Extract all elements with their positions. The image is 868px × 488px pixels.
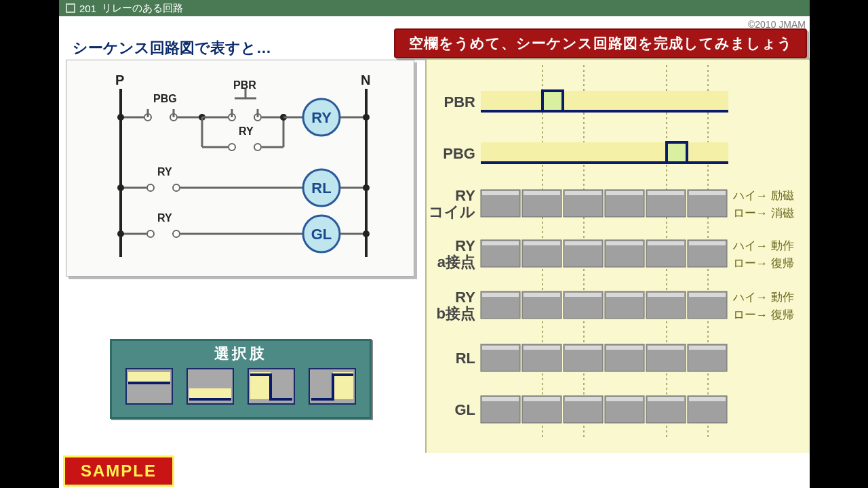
svg-text:コイル: コイル bbox=[429, 203, 475, 220]
row-ry-a bbox=[481, 240, 727, 267]
svg-rect-136 bbox=[648, 397, 684, 401]
svg-rect-134 bbox=[606, 397, 643, 401]
svg-rect-102 bbox=[524, 293, 560, 297]
svg-rect-138 bbox=[689, 397, 726, 401]
svg-rect-84 bbox=[482, 241, 519, 245]
svg-rect-60 bbox=[481, 91, 728, 111]
option-flat-low[interactable] bbox=[186, 368, 234, 405]
svg-text:PBR: PBR bbox=[444, 94, 476, 110]
option-flat-high[interactable] bbox=[125, 368, 173, 405]
instruction-text: 空欄をうめて、シーケンス回路図を完成してみましょう bbox=[409, 34, 793, 53]
svg-rect-63 bbox=[481, 142, 728, 163]
circuit-panel: P N PBG PBR bbox=[66, 60, 414, 277]
svg-rect-88 bbox=[565, 241, 601, 245]
svg-text:RY: RY bbox=[311, 109, 332, 126]
sample-text: SAMPLE bbox=[81, 462, 157, 481]
svg-text:a接点: a接点 bbox=[437, 253, 475, 270]
title-number: 201 bbox=[79, 3, 96, 14]
window-icon bbox=[66, 3, 75, 13]
svg-point-34 bbox=[363, 114, 370, 121]
choice-title: 選択肢 bbox=[112, 344, 370, 364]
svg-text:GL: GL bbox=[454, 401, 475, 418]
svg-rect-72 bbox=[565, 191, 601, 195]
svg-point-46 bbox=[147, 230, 154, 237]
svg-text:GL: GL bbox=[311, 226, 332, 243]
option-step-down[interactable] bbox=[248, 368, 295, 405]
svg-point-23 bbox=[229, 144, 235, 150]
svg-rect-117 bbox=[524, 346, 560, 350]
svg-point-54 bbox=[363, 230, 370, 237]
svg-text:ロー→ 復帰: ロー→ 復帰 bbox=[733, 257, 794, 270]
row-ry-coil bbox=[481, 190, 727, 217]
timing-chart: PBR PBG RY コイル ハイ→ 励磁 ロー→ 消磁 bbox=[425, 58, 810, 453]
svg-point-33 bbox=[117, 114, 124, 121]
svg-point-53 bbox=[117, 230, 124, 237]
choice-row bbox=[112, 368, 370, 405]
row-gl bbox=[481, 396, 727, 423]
svg-text:RL: RL bbox=[456, 350, 475, 367]
svg-rect-140 bbox=[189, 388, 231, 399]
svg-rect-110 bbox=[689, 293, 726, 297]
svg-rect-86 bbox=[524, 241, 560, 245]
svg-text:RY: RY bbox=[455, 289, 475, 306]
svg-rect-76 bbox=[648, 191, 684, 195]
svg-rect-132 bbox=[565, 397, 601, 401]
svg-rect-130 bbox=[524, 397, 560, 401]
svg-point-36 bbox=[147, 184, 154, 191]
svg-text:RY: RY bbox=[157, 212, 172, 224]
svg-rect-74 bbox=[606, 191, 643, 195]
svg-text:N: N bbox=[361, 73, 370, 87]
svg-rect-78 bbox=[689, 191, 726, 195]
svg-rect-92 bbox=[648, 241, 684, 245]
title-bar: 201 リレーのある回路 bbox=[59, 0, 810, 16]
row-rl bbox=[481, 344, 727, 371]
svg-text:PBG: PBG bbox=[153, 93, 177, 104]
svg-text:RY: RY bbox=[239, 125, 254, 137]
svg-rect-121 bbox=[606, 346, 643, 350]
svg-rect-128 bbox=[482, 397, 519, 401]
svg-text:RY: RY bbox=[455, 237, 475, 254]
svg-rect-108 bbox=[648, 293, 684, 297]
svg-rect-115 bbox=[482, 346, 519, 350]
svg-point-44 bbox=[363, 184, 370, 191]
svg-text:ハイ→ 励磁: ハイ→ 励磁 bbox=[732, 189, 794, 202]
svg-text:RY: RY bbox=[455, 187, 475, 204]
choice-panel: 選択肢 bbox=[110, 339, 372, 419]
option-step-up[interactable] bbox=[309, 368, 356, 405]
instruction-banner: 空欄をうめて、シーケンス回路図を完成してみましょう bbox=[394, 28, 807, 58]
app-frame: 201 リレーのある回路 ©2010 JMAM シーケンス回路図で表すと… P … bbox=[59, 0, 810, 488]
svg-text:PBG: PBG bbox=[443, 145, 475, 162]
svg-point-47 bbox=[173, 230, 180, 237]
svg-point-37 bbox=[173, 184, 180, 191]
row-ry-b bbox=[481, 291, 727, 319]
svg-text:ロー→ 復帰: ロー→ 復帰 bbox=[733, 308, 794, 321]
svg-rect-70 bbox=[524, 191, 560, 195]
svg-text:ロー→ 消磁: ロー→ 消磁 bbox=[733, 207, 794, 220]
svg-point-24 bbox=[254, 144, 261, 150]
sample-badge: SAMPLE bbox=[63, 455, 174, 487]
svg-rect-123 bbox=[648, 346, 684, 350]
svg-rect-100 bbox=[482, 293, 519, 297]
title-text: リレーのある回路 bbox=[102, 2, 183, 15]
svg-rect-139 bbox=[128, 372, 170, 383]
svg-text:ハイ→ 動作: ハイ→ 動作 bbox=[732, 239, 794, 252]
svg-rect-64 bbox=[667, 142, 687, 163]
svg-rect-90 bbox=[606, 241, 643, 245]
circuit-svg: P N PBG PBR bbox=[66, 60, 414, 276]
svg-rect-119 bbox=[565, 346, 601, 350]
left-heading: シーケンス回路図で表すと… bbox=[73, 38, 271, 58]
svg-text:P: P bbox=[115, 73, 124, 87]
svg-point-43 bbox=[117, 184, 124, 191]
svg-rect-106 bbox=[606, 293, 643, 297]
svg-rect-94 bbox=[689, 241, 726, 245]
svg-rect-68 bbox=[482, 191, 519, 195]
svg-text:RL: RL bbox=[311, 180, 331, 197]
svg-text:b接点: b接点 bbox=[437, 305, 475, 322]
svg-rect-104 bbox=[565, 293, 601, 297]
svg-rect-61 bbox=[542, 91, 563, 111]
svg-text:RY: RY bbox=[157, 166, 172, 178]
svg-rect-125 bbox=[689, 346, 726, 350]
svg-text:ハイ→ 動作: ハイ→ 動作 bbox=[732, 291, 794, 304]
